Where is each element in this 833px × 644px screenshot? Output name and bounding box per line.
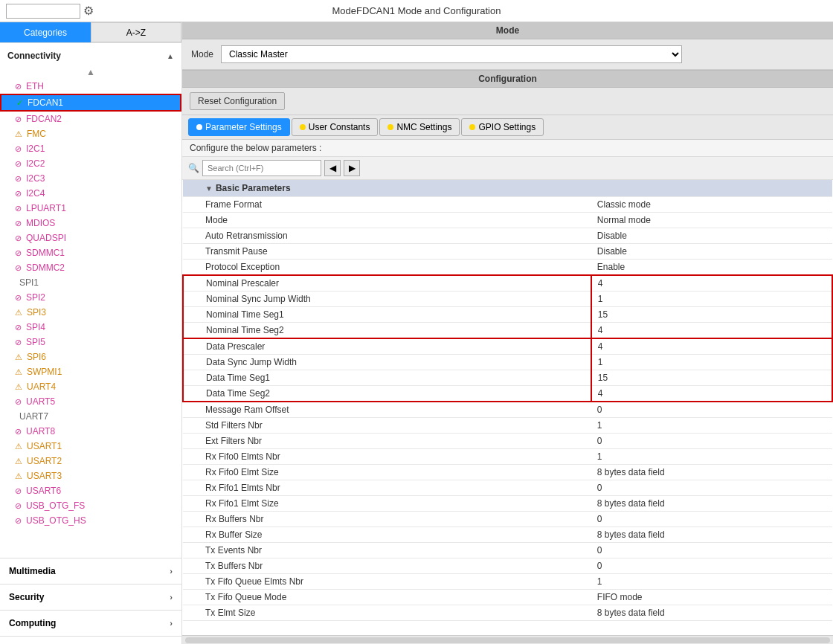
category-multimedia[interactable]: Multimedia › <box>0 558 181 584</box>
top-search-input[interactable] <box>6 4 80 19</box>
sidebar-item-lpuart1[interactable]: ⊘LPUART1 <box>0 201 181 216</box>
horizontal-scrollbar[interactable] <box>182 635 833 644</box>
param-name: Rx Fifo1 Elmts Nbr <box>183 480 591 496</box>
sidebar-item-uart7[interactable]: UART7 <box>0 409 181 424</box>
table-row: Data Time Seg24 <box>183 386 832 402</box>
sidebar-item-i2c2[interactable]: ⊘I2C2 <box>0 156 181 171</box>
sidebar-item-swpmi1[interactable]: ⚠SWPMI1 <box>0 364 181 379</box>
sidebar-item-usart1[interactable]: ⚠USART1 <box>0 439 181 454</box>
param-value: FIFO mode <box>591 590 832 605</box>
category-middleware[interactable]: Middleware › <box>0 637 181 644</box>
param-value: 15 <box>591 370 832 386</box>
tab-categories[interactable]: Categories <box>0 22 91 42</box>
param-name: Data Time Seg2 <box>183 386 591 402</box>
param-value: 1 <box>591 449 832 465</box>
category-connectivity[interactable]: Connectivity ▲ <box>0 46 181 65</box>
param-value: 4 <box>591 323 832 339</box>
dot-nmc-settings <box>387 124 393 130</box>
config-title-bar: Configuration <box>182 70 833 88</box>
param-value: 8 bytes data field <box>591 605 832 621</box>
table-row: ModeNormal mode <box>183 213 832 228</box>
group-toggle-icon[interactable]: ▼ <box>205 184 213 193</box>
item-label-spi6: SPI6 <box>27 352 46 362</box>
category-security[interactable]: Security › <box>0 585 181 610</box>
table-row: Tx Elmt Size8 bytes data field <box>183 605 832 621</box>
param-name: Protocol Exception <box>183 260 591 276</box>
table-row: Nominal Prescaler4 <box>183 275 832 292</box>
search-prev-button[interactable]: ◀ <box>324 160 341 176</box>
sidebar-item-spi5[interactable]: ⊘SPI5 <box>0 335 181 350</box>
item-label-uart5: UART5 <box>26 396 55 407</box>
sidebar-item-spi6[interactable]: ⚠SPI6 <box>0 350 181 364</box>
dot-user-constants <box>300 124 306 130</box>
table-row: Rx Buffer Size8 bytes data field <box>183 527 832 543</box>
item-icon-i2c3: ⊘ <box>15 174 22 184</box>
item-label-usart3: USART3 <box>27 471 62 481</box>
sidebar-item-spi2[interactable]: ⊘SPI2 <box>0 290 181 305</box>
sidebar-item-uart8[interactable]: ⊘UART8 <box>0 424 181 439</box>
param-value: 1 <box>591 574 832 590</box>
sidebar-item-usb-otg-fs[interactable]: ⊘USB_OTG_FS <box>0 498 181 513</box>
sidebar-item-uart4[interactable]: ⚠UART4 <box>0 379 181 394</box>
param-value: Classic mode <box>591 197 832 213</box>
sidebar-item-eth[interactable]: ⊘ETH <box>0 79 181 94</box>
config-section: Configuration Reset Configuration Parame… <box>182 70 833 644</box>
sidebar-item-mdios[interactable]: ⊘MDIOS <box>0 216 181 231</box>
param-name: Data Sync Jump Width <box>183 355 591 370</box>
param-value: 0 <box>591 558 832 574</box>
table-row: Transmit PauseDisable <box>183 244 832 260</box>
param-name: Rx Buffer Size <box>183 527 591 543</box>
sidebar-item-fmc[interactable]: ⚠FMC <box>0 126 181 141</box>
reset-config-button[interactable]: Reset Configuration <box>190 92 285 110</box>
item-label-uart7: UART7 <box>19 411 48 422</box>
sidebar-item-fdcan1[interactable]: ✓FDCAN1 <box>0 94 181 112</box>
tab-parameter-settings[interactable]: Parameter Settings <box>188 118 290 136</box>
param-name: Rx Fifo0 Elmt Size <box>183 465 591 480</box>
chevron-right-security: › <box>170 593 173 602</box>
window-full-title: FDCAN1 Mode and Configuration <box>356 5 501 16</box>
category-computing-label: Computing <box>9 618 56 628</box>
sidebar-item-spi4[interactable]: ⊘SPI4 <box>0 320 181 335</box>
mode-select[interactable]: Classic Master <box>221 45 682 63</box>
tab-gpio-settings[interactable]: GPIO Settings <box>461 118 544 136</box>
gear-icon[interactable]: ⚙ <box>83 4 94 18</box>
item-label-spi1: SPI1 <box>19 277 39 288</box>
scroll-up-arrow[interactable]: ▲ <box>0 65 181 79</box>
item-icon-quadspi: ⊘ <box>15 234 22 243</box>
sidebar-item-sdmmc1[interactable]: ⊘SDMMC1 <box>0 245 181 260</box>
sidebar-item-spi3[interactable]: ⚠SPI3 <box>0 305 181 320</box>
sidebar-item-i2c4[interactable]: ⊘I2C4 <box>0 186 181 201</box>
param-value: 1 <box>591 292 832 307</box>
item-label-usart6: USART6 <box>26 486 61 496</box>
chevron-up-icon: ▲ <box>167 52 174 60</box>
params-search-input[interactable] <box>202 160 321 176</box>
tab-atoz[interactable]: A->Z <box>91 22 181 42</box>
item-icon-i2c4: ⊘ <box>15 189 22 199</box>
sidebar-item-quadspi[interactable]: ⊘QUADSPI <box>0 231 181 245</box>
table-row: Ext Filters Nbr0 <box>183 434 832 449</box>
sidebar-item-i2c3[interactable]: ⊘I2C3 <box>0 171 181 186</box>
item-icon-i2c1: ⊘ <box>15 144 22 154</box>
item-label-uart4: UART4 <box>27 381 56 392</box>
sidebar-item-spi1[interactable]: SPI1 <box>0 275 181 290</box>
sidebar-item-i2c1[interactable]: ⊘I2C1 <box>0 141 181 156</box>
sidebar-item-fdcan2[interactable]: ⊘FDCAN2 <box>0 112 181 126</box>
item-label-spi5: SPI5 <box>26 337 45 347</box>
category-computing[interactable]: Computing › <box>0 611 181 636</box>
sidebar-item-usart6[interactable]: ⊘USART6 <box>0 483 181 498</box>
tab-user-constants[interactable]: User Constants <box>292 118 379 136</box>
sidebar-item-usb-otg-hs[interactable]: ⊘USB_OTG_HS <box>0 513 181 528</box>
sidebar-item-usart3[interactable]: ⚠USART3 <box>0 468 181 483</box>
param-value: 8 bytes data field <box>591 465 832 480</box>
sidebar-item-usart2[interactable]: ⚠USART2 <box>0 454 181 468</box>
table-row: Rx Fifo1 Elmts Nbr0 <box>183 480 832 496</box>
category-multimedia-label: Multimedia <box>9 566 56 576</box>
param-value: 4 <box>591 386 832 402</box>
search-next-button[interactable]: ▶ <box>344 160 360 176</box>
tab-nmc-settings-label: NMC Settings <box>396 122 451 132</box>
sidebar-item-uart5[interactable]: ⊘UART5 <box>0 394 181 409</box>
dot-param-settings <box>196 124 202 130</box>
sidebar-item-sdmmc2[interactable]: ⊘SDMMC2 <box>0 260 181 275</box>
tab-nmc-settings[interactable]: NMC Settings <box>379 118 460 136</box>
item-icon-uart8: ⊘ <box>15 427 22 437</box>
